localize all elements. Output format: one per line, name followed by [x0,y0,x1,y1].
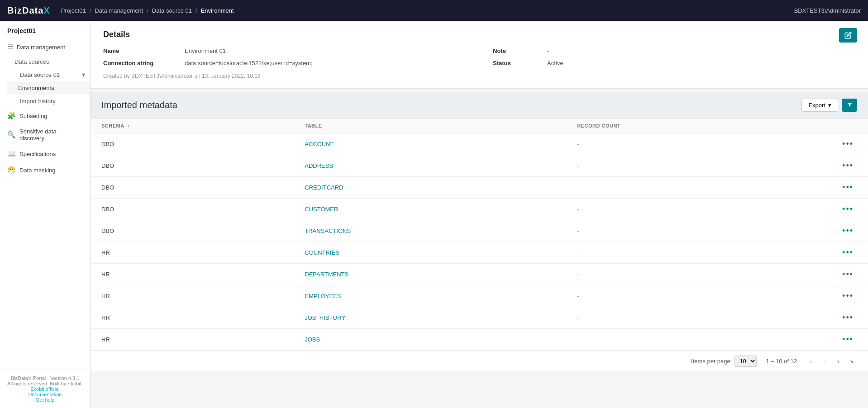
cell-record-count-1: - [566,155,828,177]
field-conn-value: data source=localoracle:1522/xe;user id=… [185,59,493,67]
expand-icon: ▼ [81,71,86,78]
cell-action-8: ••• [828,307,868,329]
more-button-3[interactable]: ••• [839,204,857,215]
more-button-5[interactable]: ••• [839,247,857,258]
cell-schema-5: HR [91,242,294,264]
col-action [828,119,868,133]
metadata-actions: Export ▾ [801,99,857,112]
breadcrumb-data-management[interactable]: Data management [95,7,143,14]
cell-schema-9: HR [91,329,294,351]
col-record-count: RECORD COUNT [566,119,828,133]
sidebar-footer: BizDataX Portal - Version 4.3.1 All righ… [0,370,90,408]
field-name-label: Name [103,47,185,55]
cell-table-5: COUNTRIES [294,242,566,264]
sidebar-item-data-management[interactable]: ☰ Data management [0,39,90,55]
sidebar-item-label-data-management: Data management [17,44,65,51]
breadcrumb-sep-1: / [90,7,91,14]
cell-table-0: ACCOUNT [294,133,566,155]
more-button-4[interactable]: ••• [839,225,857,237]
breadcrumb-data-source[interactable]: Data source 01 [152,7,192,14]
footer-link-help[interactable]: Get help [4,397,86,403]
sidebar-label-subsetting: Subsetting [19,113,47,119]
more-button-0[interactable]: ••• [839,138,857,150]
cell-record-count-5: - [566,242,828,264]
page-info: 1 – 10 of 12 [766,358,797,365]
col-table: TABLE [294,119,566,133]
sidebar-item-sensitive-data[interactable]: 🔍 Sensitive data discovery [0,124,90,146]
cell-action-0: ••• [828,133,868,155]
next-page-button[interactable]: › [834,356,843,367]
table-row: HR DEPARTMENTS - ••• [91,264,868,285]
edit-button[interactable] [839,28,857,43]
more-button-7[interactable]: ••• [839,290,857,302]
col-record-count-label: RECORD COUNT [577,123,620,128]
field-note-value: - [547,47,855,55]
pagination: Items per page: 10 20 50 1 – 10 of 12 « … [91,351,868,371]
more-button-1[interactable]: ••• [839,160,857,171]
breadcrumb-sep-2: / [147,7,148,14]
cell-table-4: TRANSACTIONS [294,220,566,242]
items-per-page-control: Items per page: 10 20 50 [691,356,757,367]
footer-rights: All rights reserved. Built by Ekobit. [4,381,86,386]
field-status-value: Active [547,59,855,67]
sort-arrow-schema: ↑ [128,123,130,128]
table-row: HR EMPLOYEES - ••• [91,285,868,307]
more-button-8[interactable]: ••• [839,312,857,323]
items-per-page-select[interactable]: 10 20 50 [734,356,757,367]
sidebar-item-import-history[interactable]: Import history [7,95,90,108]
first-page-button[interactable]: « [806,356,817,367]
top-navigation: BizDataX Project01 / Data management / D… [0,0,868,21]
sidebar-project-title: Project01 [0,21,90,39]
cell-table-7: EMPLOYEES [294,285,566,307]
cell-record-count-2: - [566,177,828,199]
cell-schema-4: DBO [91,220,294,242]
table-row: DBO CREDITCARD - ••• [91,177,868,199]
sidebar-item-data-source-01[interactable]: Data source 01 ▼ [7,68,90,81]
cell-table-3: CUSTOMER [294,199,566,220]
cell-record-count-8: - [566,307,828,329]
footer-link-docs[interactable]: Documentation [4,392,86,397]
created-info: Created by BDXTEST3\Administrator on 13.… [103,73,855,79]
cell-schema-2: DBO [91,177,294,199]
logo-text: BizDataX [7,5,50,16]
last-page-button[interactable]: » [846,356,857,367]
breadcrumb: Project01 / Data management / Data sourc… [61,7,794,14]
sidebar-item-environments[interactable]: Environments [7,81,90,95]
cell-record-count-0: - [566,133,828,155]
table-row: DBO CUSTOMER - ••• [91,199,868,220]
data-management-icon: ☰ [7,43,13,51]
more-button-6[interactable]: ••• [839,269,857,280]
logo[interactable]: BizDataX [7,5,50,16]
metadata-header: Imported metadata Export ▾ [91,92,868,119]
cell-action-7: ••• [828,285,868,307]
filter-button[interactable] [842,99,857,112]
sidebar-label-data-source-01: Data source 01 [20,71,60,78]
prev-page-button[interactable]: ‹ [820,356,830,367]
export-chevron-icon: ▾ [828,102,831,109]
col-schema[interactable]: SCHEMA ↑ [91,119,294,133]
col-schema-label: SCHEMA [101,123,124,128]
cell-schema-6: HR [91,264,294,285]
table-row: DBO ADDRESS - ••• [91,155,868,177]
table-row: DBO ACCOUNT - ••• [91,133,868,155]
breadcrumb-project[interactable]: Project01 [61,7,86,14]
export-button[interactable]: Export ▾ [801,99,838,112]
sidebar-item-subsetting[interactable]: 🧩 Subsetting [0,108,90,124]
footer-link-ekobit[interactable]: Ekobit official [4,386,86,392]
cell-table-9: JOBS [294,329,566,351]
sidebar-item-data-masking[interactable]: 😷 Data masking [0,162,90,178]
export-label: Export [808,102,825,109]
cell-record-count-6: - [566,264,828,285]
field-status-label: Status [493,59,547,67]
sidebar-item-data-sources[interactable]: Data sources [7,55,90,68]
details-grid: Name Environment 01 Note - Connection st… [103,47,855,67]
cell-action-3: ••• [828,199,868,220]
field-conn-label: Connection string [103,59,185,67]
data-masking-icon: 😷 [7,166,16,174]
more-button-9[interactable]: ••• [839,334,857,345]
details-section: Details Name Environment 01 Note - Conne… [91,21,868,89]
table-header-row: SCHEMA ↑ TABLE RECORD COUNT [91,119,868,133]
main-content: Details Name Environment 01 Note - Conne… [91,21,868,408]
more-button-2[interactable]: ••• [839,182,857,193]
sidebar-item-specifications[interactable]: 📖 Specifications [0,146,90,162]
